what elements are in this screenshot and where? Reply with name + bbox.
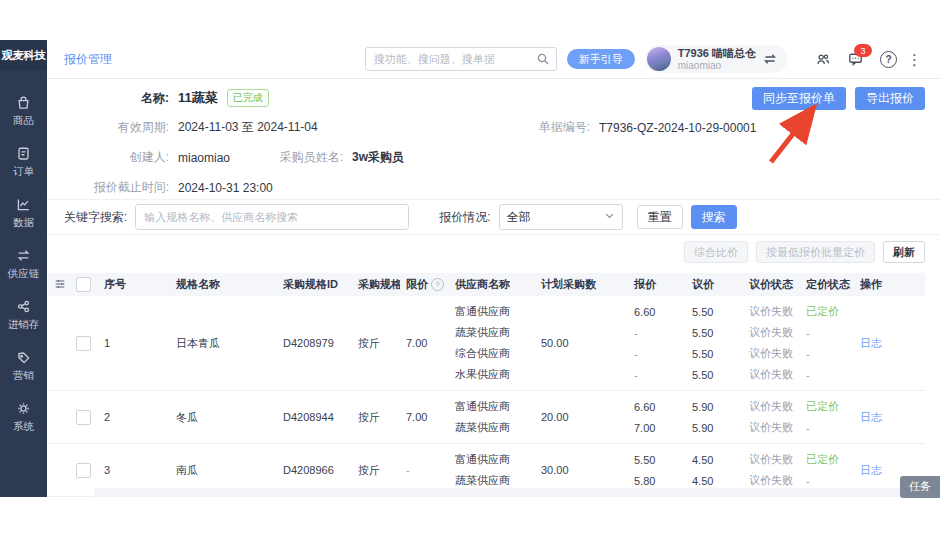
price-status: 已定价 <box>806 301 854 322</box>
contacts-icon[interactable] <box>815 52 831 67</box>
avatar[interactable] <box>647 47 671 71</box>
nego-value-column: 5.905.90 <box>686 396 743 438</box>
sidebar-item-label: 营销 <box>13 369 34 383</box>
guide-button[interactable]: 新手引导 <box>567 49 635 69</box>
cell-spec-id: D4208979 <box>277 301 352 385</box>
nego-value: 5.90 <box>692 417 743 438</box>
period-value: 2024-11-03 至 2024-11-04 <box>178 119 318 136</box>
sidebar-item-goods[interactable]: 商品 <box>0 92 47 130</box>
cell-index: 1 <box>98 301 170 385</box>
supplier-name: 蔬菜供应商 <box>455 417 535 438</box>
table-header-op: 操作 <box>854 277 925 292</box>
cell-planned-qty: 20.00 <box>535 396 628 438</box>
quote-value-column: 6.607.00 <box>628 396 686 438</box>
user-subtitle: miaomiao <box>678 60 756 71</box>
nego-status: 议价失败 <box>749 396 800 417</box>
sidebar-item-data[interactable]: 数据 <box>0 194 47 232</box>
table-row: 1日本青瓜D4208979按斤7.00富通供应商蔬菜供应商综合供应商水果供应商5… <box>48 296 925 391</box>
price-status: - <box>806 343 854 364</box>
cell-purchase-unit: 按斤 <box>352 449 400 491</box>
user-title: T7936 喵喵总仓 <box>678 47 756 59</box>
bottom-strip <box>94 488 940 497</box>
period-label: 有效周期: <box>47 119 169 136</box>
quote-status-value: 全部 <box>507 209 604 226</box>
cell-spec-id: D4208966 <box>277 449 352 491</box>
switch-account-icon[interactable] <box>763 52 777 66</box>
quote-status-select[interactable]: 全部 <box>499 204 623 230</box>
row-checkbox[interactable] <box>76 336 91 351</box>
quote-value: 7.00 <box>634 417 686 438</box>
cell-planned-qty: 50.00 <box>535 301 628 385</box>
refresh-button[interactable]: 刷新 <box>883 241 925 263</box>
price-status-column: 已定价- <box>800 396 854 438</box>
log-link[interactable]: 日志 <box>860 463 882 478</box>
quote-value-column: 6.60--- <box>628 301 686 385</box>
sidebar-item-system[interactable]: 系统 <box>0 398 47 436</box>
nego-status: 议价失败 <box>749 417 800 438</box>
table-header-idx: 序号 <box>98 277 170 292</box>
task-tab[interactable]: 任务 <box>900 476 940 498</box>
sidebar-item-orders[interactable]: 订单 <box>0 143 47 181</box>
search-icon[interactable] <box>536 52 550 66</box>
cell-index: 2 <box>98 396 170 438</box>
creator-value: miaomiao <box>178 151 230 165</box>
log-link[interactable]: 日志 <box>860 410 882 425</box>
keyword-input[interactable] <box>135 204 409 230</box>
table-body: 1日本青瓜D4208979按斤7.00富通供应商蔬菜供应商综合供应商水果供应商5… <box>48 296 925 497</box>
sync-to-quote-button[interactable]: 同步至报价单 <box>752 87 846 110</box>
row-checkbox[interactable] <box>76 463 91 478</box>
global-search[interactable] <box>365 47 557 71</box>
swap-icon <box>15 247 32 264</box>
sidebar-item-marketing[interactable]: 营销 <box>0 347 47 385</box>
bag-icon <box>15 94 32 111</box>
limit-help-icon[interactable]: ? <box>431 278 444 291</box>
nego-value: 4.50 <box>692 449 743 470</box>
quote-detail-section: 名称: 11蔬菜 已完成 有效周期: 2024-11-03 至 2024-11-… <box>47 79 940 199</box>
table-header-limit: 限价? <box>400 277 449 292</box>
sidebar-item-inventory[interactable]: 进销存 <box>0 296 47 334</box>
price-status-column: 已定价- <box>800 449 854 491</box>
table-header-pstat: 定价状态 <box>800 277 854 292</box>
gear-icon <box>15 400 32 417</box>
cell-planned-qty: 30.00 <box>535 449 628 491</box>
select-all-checkbox[interactable] <box>76 277 91 292</box>
price-status: - <box>806 322 854 343</box>
nego-status-column: 议价失败议价失败议价失败议价失败 <box>743 301 800 385</box>
doc-no-label: 单据编号: <box>530 119 590 136</box>
log-link[interactable]: 日志 <box>860 336 882 351</box>
table-header-quote: 报价 <box>628 277 686 292</box>
cell-spec-name: 冬瓜 <box>170 396 277 438</box>
batch-price-button[interactable]: 按最低报价批量定价 <box>756 241 875 263</box>
sidebar-item-label: 订单 <box>13 165 34 179</box>
help-icon[interactable]: ? <box>880 51 897 68</box>
user-info[interactable]: T7936 喵喵总仓 miaomiao <box>645 45 787 73</box>
search-button[interactable]: 搜索 <box>691 205 737 229</box>
row-checkbox[interactable] <box>76 410 91 425</box>
sidebar-item-label: 供应链 <box>8 267 40 281</box>
table-header-nstat: 议价状态 <box>743 277 800 292</box>
export-quote-button[interactable]: 导出报价 <box>855 87 925 110</box>
sidebar-item-label: 商品 <box>13 114 34 128</box>
deadline-label: 报价截止时间: <box>47 179 169 196</box>
sidebar-item-supply-chain[interactable]: 供应链 <box>0 245 47 283</box>
supplier-name: 富通供应商 <box>455 301 535 322</box>
quote-value: 5.50 <box>634 449 686 470</box>
compare-prices-button[interactable]: 综合比价 <box>684 241 748 263</box>
cell-actions: 日志 <box>854 301 925 385</box>
header-actions: 同步至报价单 导出报价 <box>752 87 925 110</box>
quote-name: 11蔬菜 <box>178 89 218 107</box>
main-area: 报价管理 新手引导 T7936 喵喵总仓 <box>47 40 940 497</box>
supplier-name: 蔬菜供应商 <box>455 322 535 343</box>
quote-value-column: 5.505.80 <box>628 449 686 491</box>
supplier-name-column: 富通供应商蔬菜供应商综合供应商水果供应商 <box>449 301 535 385</box>
quote-value: 6.60 <box>634 301 686 322</box>
reset-button[interactable]: 重置 <box>637 205 683 229</box>
column-settings-icon[interactable] <box>54 278 66 292</box>
messages-icon[interactable]: 3 <box>847 51 864 67</box>
global-search-input[interactable] <box>372 52 536 66</box>
more-menu-icon[interactable]: ⋮ <box>907 52 922 67</box>
breadcrumb[interactable]: 报价管理 <box>64 51 112 68</box>
supplier-name: 水果供应商 <box>455 364 535 385</box>
divider <box>47 234 940 235</box>
table-row: 2冬瓜D4208944按斤7.00富通供应商蔬菜供应商20.006.607.00… <box>48 391 925 444</box>
